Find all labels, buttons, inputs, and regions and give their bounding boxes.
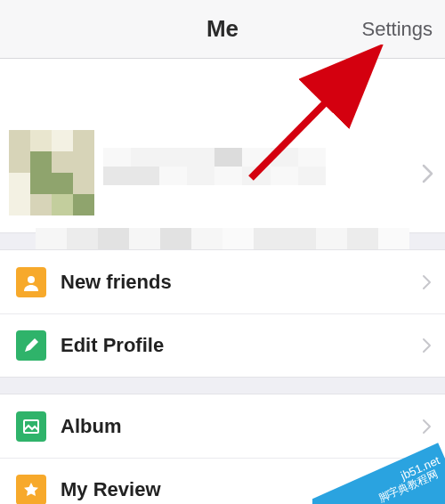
menu-label: My Review xyxy=(61,478,161,501)
chevron-right-icon xyxy=(422,419,433,435)
album-icon xyxy=(16,411,46,442)
header-bar: Me Settings xyxy=(0,0,445,59)
chevron-right-icon xyxy=(422,164,434,183)
profile-card[interactable] xyxy=(0,59,445,233)
menu-group-content: Album My Review xyxy=(0,394,445,504)
menu-item-album[interactable]: Album xyxy=(0,394,445,458)
svg-point-0 xyxy=(28,276,35,283)
settings-button[interactable]: Settings xyxy=(362,18,433,41)
page-title: Me xyxy=(206,15,239,43)
chevron-right-icon xyxy=(422,274,433,290)
menu-label: Album xyxy=(61,415,121,438)
friends-icon xyxy=(16,267,46,297)
svg-rect-1 xyxy=(24,420,38,433)
review-icon xyxy=(16,475,46,504)
chevron-right-icon xyxy=(422,482,433,498)
edit-icon xyxy=(16,330,46,361)
chevron-right-icon xyxy=(422,337,433,354)
menu-item-new-friends[interactable]: New friends xyxy=(0,249,445,313)
menu-label: New friends xyxy=(61,271,172,294)
avatar xyxy=(9,130,94,215)
menu-item-edit-profile[interactable]: Edit Profile xyxy=(0,313,445,378)
menu-group-social: New friends Edit Profile xyxy=(0,249,445,378)
menu-item-my-review[interactable]: My Review xyxy=(0,458,445,504)
profile-name-blurred xyxy=(103,148,326,185)
menu-label: Edit Profile xyxy=(61,334,164,357)
